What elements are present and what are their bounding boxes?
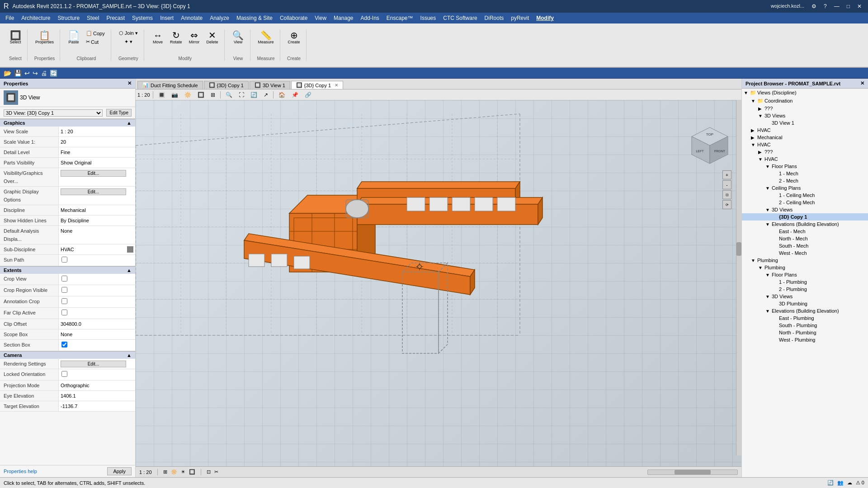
- sync-icon[interactable]: ☁: [847, 480, 852, 486]
- view-toolbar-btn-9[interactable]: ↗: [261, 91, 270, 99]
- view-sun-icon[interactable]: ☀: [181, 469, 185, 475]
- edit-type-button[interactable]: Edit Type: [106, 109, 132, 117]
- locked-orientation-checkbox[interactable]: [61, 371, 67, 377]
- pb-toggle-elev-hvac[interactable]: ▼: [765, 222, 771, 227]
- pb-item-hvac-top[interactable]: ▶ HVAC: [742, 127, 868, 134]
- qat-open-icon[interactable]: 📂: [4, 70, 11, 77]
- view-toolbar-btn-11[interactable]: 📌: [289, 91, 301, 99]
- ribbon-btn-measure[interactable]: 📏 Measure: [256, 29, 276, 46]
- view-toolbar-btn-7[interactable]: ⛶: [236, 91, 246, 99]
- settings-icon[interactable]: ⚙: [809, 2, 819, 10]
- tab-3d-copy1-active[interactable]: 🔲 {3D} Copy 1 ✕: [291, 81, 343, 89]
- pb-toggle-coordination[interactable]: ▼: [751, 99, 756, 103]
- pb-toggle-3d-plumbing[interactable]: ▼: [765, 294, 771, 299]
- menu-massing[interactable]: Massing & Site: [233, 14, 276, 22]
- view-crop-icon[interactable]: ⊡: [207, 469, 211, 475]
- pb-item-north-mech[interactable]: North - Mech: [742, 235, 868, 242]
- menu-modify[interactable]: Modify: [533, 14, 557, 22]
- orbit-button[interactable]: ⟳: [722, 200, 731, 209]
- qat-print-icon[interactable]: 🖨: [41, 70, 47, 77]
- pb-item-1-plumbing[interactable]: 1 - Plumbing: [742, 278, 868, 286]
- view-toolbar-btn-3[interactable]: 🔆: [182, 91, 193, 99]
- view-toolbar-btn-8[interactable]: 🔄: [248, 91, 259, 99]
- help-icon[interactable]: ?: [821, 2, 830, 10]
- pb-item-2-mech[interactable]: 2 - Mech: [742, 177, 868, 184]
- pb-toggle-3d-hvac[interactable]: ▼: [765, 207, 771, 212]
- prop-value-sun-path[interactable]: [59, 255, 135, 266]
- view-toolbar-btn-5[interactable]: ⊞: [208, 91, 217, 99]
- prop-value-parts-visibility[interactable]: Show Original: [59, 158, 135, 168]
- 3d-view-canvas[interactable]: TOP LEFT FRONT + - ⊡ ⟳: [136, 100, 741, 466]
- ribbon-btn-cut[interactable]: ✂ Cut: [84, 38, 107, 46]
- prop-value-sub-discipline[interactable]: HVAC: [59, 244, 135, 254]
- pb-toggle-hvac-inner[interactable]: ▼: [758, 157, 764, 162]
- menu-manage[interactable]: Manage: [330, 14, 357, 22]
- view-render-icon[interactable]: 🔆: [171, 469, 177, 475]
- pb-toggle-mechanical[interactable]: ▶: [751, 135, 756, 140]
- prop-value-crop-view[interactable]: [59, 274, 135, 285]
- menu-structure[interactable]: Structure: [54, 14, 83, 22]
- pb-item-views-discipline[interactable]: ▼ 📁 Views (Discipline): [742, 89, 868, 97]
- section-camera[interactable]: Camera ▲: [0, 351, 135, 359]
- prop-value-discipline[interactable]: Mechanical: [59, 205, 135, 215]
- menu-annotate[interactable]: Annotate: [177, 14, 206, 22]
- zoom-out-button[interactable]: -: [722, 180, 731, 189]
- ribbon-btn-delete[interactable]: ✕ Delete: [204, 29, 221, 46]
- warnings-icon[interactable]: ⚠ 0: [856, 480, 864, 486]
- menu-file[interactable]: File: [2, 14, 18, 22]
- pb-item-ceiling-plans[interactable]: ▼ Ceiling Plans: [742, 184, 868, 192]
- pb-toggle-hvac2[interactable]: ▼: [751, 142, 756, 147]
- crop-region-checkbox[interactable]: [61, 287, 67, 293]
- worksets-icon[interactable]: 👥: [837, 480, 844, 486]
- pb-item-floor-plans-plumbing[interactable]: ▼ Floor Plans: [742, 271, 868, 278]
- prop-value-hidden-lines[interactable]: By Discipline: [59, 216, 135, 225]
- pb-item-2-ceiling-mech[interactable]: 2 - Ceiling Mech: [742, 199, 868, 206]
- pb-item-coord-3dviews[interactable]: ▼ 3D Views: [742, 112, 868, 119]
- qat-save-icon[interactable]: 💾: [14, 70, 22, 77]
- pb-item-west-plumbing[interactable]: West - Plumbing: [742, 336, 868, 343]
- menu-ctc[interactable]: CTC Software: [439, 14, 481, 22]
- prop-value-eye-elevation[interactable]: 1406.1: [59, 391, 135, 401]
- pb-item-north-plumbing[interactable]: North - Plumbing: [742, 329, 868, 336]
- ribbon-btn-copy[interactable]: 📋 Copy: [84, 29, 107, 37]
- tab-3d-copy1-first[interactable]: 🔲 {3D} Copy 1: [204, 81, 249, 89]
- annotation-crop-checkbox[interactable]: [61, 298, 67, 304]
- prop-value-far-clip[interactable]: [59, 308, 135, 319]
- minimize-button[interactable]: —: [831, 2, 842, 10]
- view-toolbar-btn-12[interactable]: 🔗: [302, 91, 314, 99]
- pb-item-hvac-expanded[interactable]: ▼ HVAC: [742, 141, 868, 148]
- pb-toggle-floor-plumbing[interactable]: ▼: [765, 272, 771, 277]
- menu-systems[interactable]: Systems: [128, 14, 156, 22]
- ribbon-btn-rotate[interactable]: ↻ Rotate: [168, 29, 184, 46]
- pb-item-3d-copy1-selected[interactable]: {3D} Copy 1: [742, 213, 868, 221]
- tab-close-button[interactable]: ✕: [335, 83, 338, 88]
- fit-view-button[interactable]: ⊡: [722, 190, 731, 199]
- ribbon-btn-view[interactable]: 🔍 View: [230, 29, 246, 46]
- horizontal-scrollbar[interactable]: [647, 469, 738, 475]
- ribbon-btn-move[interactable]: ↔ Move: [150, 29, 166, 46]
- ribbon-btn-create[interactable]: ⊕ Create: [286, 29, 302, 46]
- prop-value-default-analysis[interactable]: None: [59, 226, 135, 244]
- pb-item-south-plumbing[interactable]: South - Plumbing: [742, 322, 868, 329]
- tab-3d-view-1[interactable]: 🔲 3D View 1: [250, 81, 290, 89]
- view-shadow-icon[interactable]: 🔲: [189, 469, 195, 475]
- pb-item-east-plumbing[interactable]: East - Plumbing: [742, 314, 868, 322]
- pb-item-coord-unknown[interactable]: ▶ ???: [742, 105, 868, 112]
- prop-value-crop-region[interactable]: [59, 285, 135, 296]
- pb-toggle-plumbing[interactable]: ▼: [751, 258, 756, 263]
- menu-addins[interactable]: Add-Ins: [357, 14, 382, 22]
- close-button[interactable]: ✕: [854, 2, 864, 10]
- menu-collaborate[interactable]: Collaborate: [276, 14, 311, 22]
- pb-item-unknown2[interactable]: ▶ ???: [742, 148, 868, 155]
- view-toolbar-btn-2[interactable]: 📷: [169, 91, 180, 99]
- ribbon-btn-properties[interactable]: 📋 Properties: [33, 29, 56, 46]
- menu-steel[interactable]: Steel: [83, 14, 103, 22]
- pb-item-3dview1[interactable]: 3D View 1: [742, 119, 868, 127]
- menu-issues[interactable]: Issues: [417, 14, 440, 22]
- view-section-icon[interactable]: ✂: [214, 469, 218, 475]
- apply-button[interactable]: Apply: [107, 467, 132, 475]
- prop-value-clip-offset[interactable]: 304800.0: [59, 319, 135, 329]
- prop-value-scope-box[interactable]: None: [59, 329, 135, 339]
- menu-diroots[interactable]: DiRoots: [481, 14, 508, 22]
- menu-pyrevit[interactable]: pyRevit: [507, 14, 533, 22]
